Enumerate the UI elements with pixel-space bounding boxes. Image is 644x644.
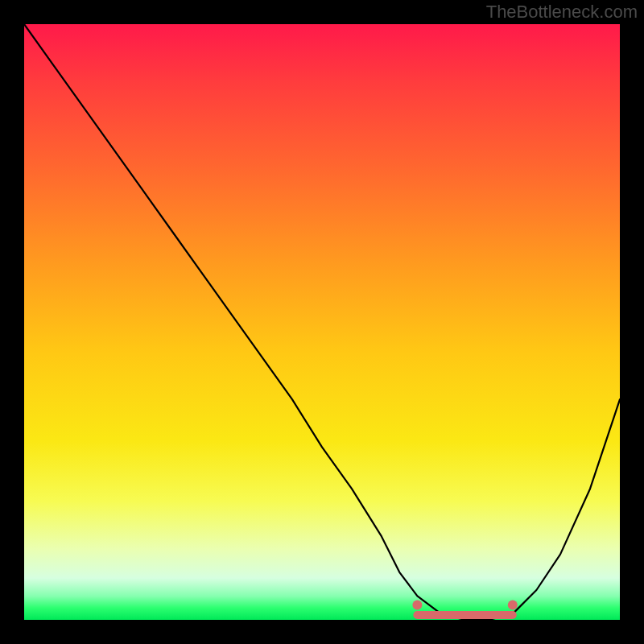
optimal-range-start-dot — [412, 601, 422, 610]
chart-svg — [24, 24, 620, 620]
watermark-text: TheBottleneck.com — [486, 2, 638, 23]
chart-plot-area — [24, 24, 620, 620]
bottleneck-curve — [24, 24, 620, 620]
optimal-range-end-dot — [508, 601, 518, 610]
